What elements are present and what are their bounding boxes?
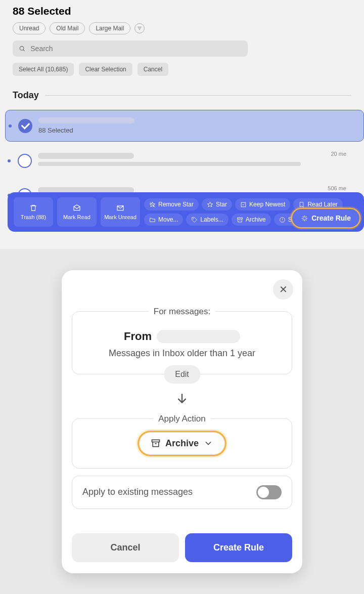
action-box: Archive: [72, 418, 292, 469]
mail-row[interactable]: 20 me: [13, 146, 351, 176]
section-header: Today: [13, 90, 351, 101]
keep-newest-button[interactable]: Keep Newest: [235, 198, 290, 210]
filter-old-mail[interactable]: Old Mail: [50, 22, 85, 34]
search-input[interactable]: [30, 45, 242, 53]
mail-meta: 20 me: [331, 151, 346, 157]
dialog-header-action: Apply Action: [72, 414, 292, 424]
filter-large-mail[interactable]: Large Mail: [89, 22, 130, 34]
bookmark-icon: [298, 201, 305, 208]
action-select[interactable]: Archive: [139, 432, 225, 455]
folder-icon: [149, 217, 156, 223]
archive-icon: [237, 217, 243, 223]
close-icon[interactable]: ✕: [273, 279, 293, 300]
mark-unread-button[interactable]: Mark Unread: [101, 197, 140, 227]
filter-chips: Unread Old Mail Large Mail: [13, 22, 351, 34]
dialog-backdrop: ✕ For messages: From Messages in Inbox o…: [0, 249, 364, 594]
conditions-box: From Messages in Inbox older than 1 year…: [72, 311, 292, 374]
search-icon: [19, 45, 25, 52]
skeleton: [38, 117, 134, 123]
checkbox-checked[interactable]: [18, 119, 32, 133]
apply-existing-row: Apply to existing messages: [72, 476, 292, 509]
dialog-header-conditions: For messages:: [72, 307, 292, 317]
selection-view: 88 Selected Unread Old Mail Large Mail S…: [0, 0, 364, 249]
condition-text: Messages in Inbox older than 1 year: [82, 348, 282, 359]
star-off-icon: [149, 201, 156, 208]
trash-icon: [29, 204, 37, 212]
filter-settings-icon[interactable]: [134, 23, 145, 33]
search-bar[interactable]: [13, 40, 248, 57]
trash-label: Trash (88): [21, 214, 46, 220]
skeleton: [38, 153, 134, 159]
mark-read-button[interactable]: Mark Read: [57, 197, 97, 227]
svg-rect-9: [237, 218, 242, 219]
trash-button[interactable]: Trash (88): [14, 197, 53, 227]
svg-point-8: [193, 218, 194, 219]
page-title: 88 Selected: [13, 5, 351, 17]
divider: [45, 95, 351, 96]
mail-unread-icon: [116, 204, 124, 212]
archive-icon: [151, 438, 161, 448]
keep-icon: [240, 201, 247, 208]
mail-meta: 506 me: [328, 185, 346, 191]
tag-icon: [191, 217, 198, 223]
select-all-button[interactable]: Select All (10,685): [13, 63, 74, 76]
mark-unread-label: Mark Unread: [104, 214, 136, 220]
action-label: Archive: [165, 438, 199, 449]
svg-line-4: [23, 50, 25, 51]
create-rule-dialog: ✕ For messages: From Messages in Inbox o…: [62, 270, 302, 573]
from-label: From: [124, 330, 152, 343]
unread-dot: [8, 159, 11, 162]
svg-rect-15: [152, 440, 159, 442]
svg-point-12: [282, 221, 283, 221]
toggle-label: Apply to existing messages: [82, 487, 193, 497]
spam-icon: [279, 217, 286, 223]
apply-existing-toggle[interactable]: [256, 485, 282, 499]
create-rule-label: Create Rule: [311, 214, 351, 222]
archive-button[interactable]: Archive: [232, 214, 271, 226]
mail-row-selected[interactable]: 88 Selected: [5, 110, 364, 142]
from-value-placeholder: [157, 330, 240, 343]
cancel-selection-button[interactable]: Cancel: [138, 63, 168, 76]
remove-star-button[interactable]: Remove Star: [144, 198, 199, 210]
filter-unread[interactable]: Unread: [13, 22, 46, 34]
svg-point-3: [20, 47, 24, 51]
clear-selection-button[interactable]: Clear Selection: [79, 63, 132, 76]
arrow-down-icon: [72, 392, 292, 405]
star-button[interactable]: Star: [202, 198, 232, 210]
chevron-down-icon: [203, 438, 213, 448]
dialog-buttons: Cancel Create Rule: [72, 533, 292, 562]
dialog-cancel-button[interactable]: Cancel: [72, 533, 179, 562]
labels-button[interactable]: Labels...: [186, 214, 228, 226]
create-rule-button[interactable]: Create Rule: [292, 209, 359, 227]
dialog-create-rule-button[interactable]: Create Rule: [185, 533, 292, 562]
mark-read-label: Mark Read: [63, 214, 90, 220]
mail-subtitle: 88 Selected: [38, 126, 358, 134]
edit-button[interactable]: Edit: [164, 365, 200, 384]
from-line: From: [82, 330, 282, 343]
section-title: Today: [13, 90, 39, 101]
svg-point-6: [122, 205, 123, 207]
skeleton: [38, 162, 301, 166]
move-button[interactable]: Move...: [144, 214, 183, 226]
checkbox[interactable]: [18, 154, 32, 168]
unread-dot: [9, 124, 12, 128]
star-icon: [207, 201, 213, 208]
selection-buttons: Select All (10,685) Clear Selection Canc…: [13, 63, 351, 76]
action-bar: Trash (88) Mark Read Mark Unread Remove …: [8, 192, 364, 232]
rule-icon: [301, 215, 308, 222]
mail-open-icon: [73, 204, 81, 212]
